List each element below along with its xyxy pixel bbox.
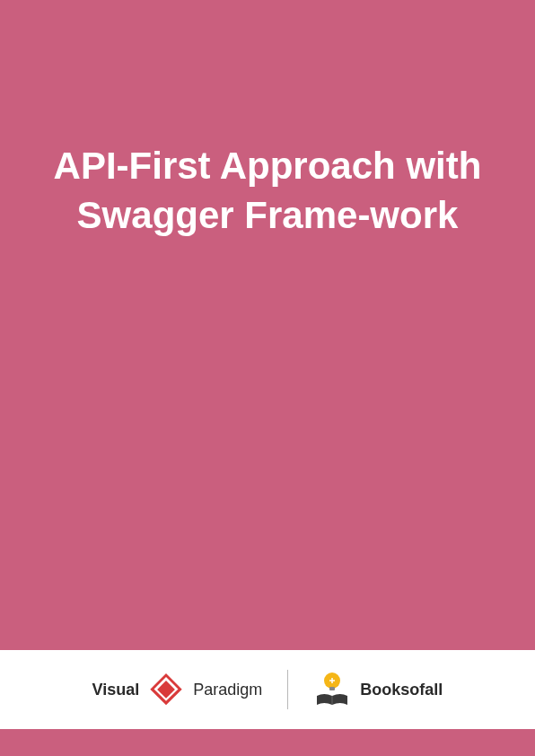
svg-rect-4 bbox=[329, 687, 335, 690]
bottom-strip bbox=[0, 729, 535, 756]
diamond-icon bbox=[148, 672, 184, 708]
book-title: API-First Approach with Swagger Frame-wo… bbox=[0, 142, 535, 240]
logo-divider bbox=[287, 670, 288, 709]
cover-main: API-First Approach with Swagger Frame-wo… bbox=[0, 0, 535, 650]
booksofall-logo: Booksofall bbox=[313, 671, 443, 708]
visual-paradigm-logo: Visual Paradigm bbox=[92, 672, 263, 708]
logo2-text: Booksofall bbox=[360, 681, 443, 699]
logo1-text-bold: Visual bbox=[92, 681, 140, 699]
footer-band: Visual Paradigm Booksofall bbox=[0, 650, 535, 729]
lightbulb-book-icon bbox=[313, 671, 351, 708]
logo1-text-normal: Paradigm bbox=[193, 681, 262, 699]
